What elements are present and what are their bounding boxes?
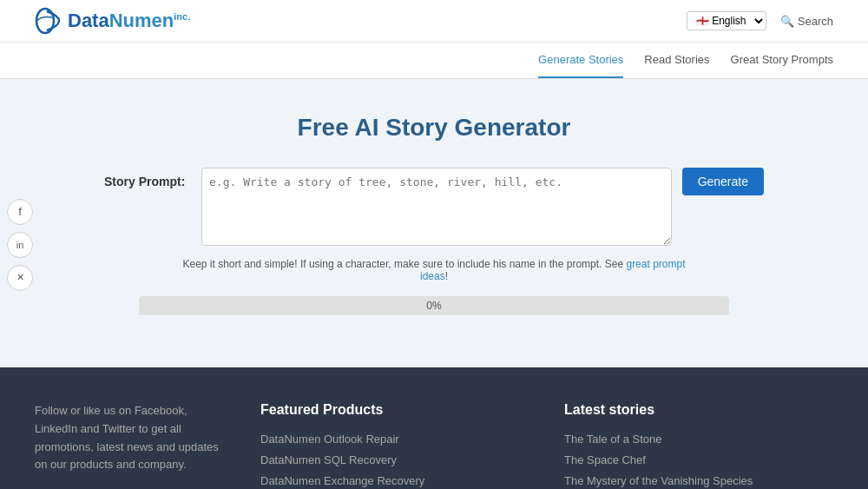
latest-stories-title: Latest stories [564,402,833,418]
story-form: Story Prompt: Generate [104,168,764,246]
search-icon: 🔍 [780,15,794,28]
language-selector[interactable]: 🏴󠁧󠁢󠁥󠁮󠁧󠁿 English [687,11,766,30]
featured-products-list: DataNumen Outlook Repair DataNumen SQL R… [260,432,529,489]
hint-content: Keep it short and simple! If using a cha… [183,258,624,270]
footer-latest-stories: Latest stories The Tale of a Stone The S… [564,402,833,489]
footer-featured-products: Featured Products DataNumen Outlook Repa… [260,402,529,489]
product-link-exchange[interactable]: DataNumen Exchange Recovery [260,474,424,487]
main-nav: Generate Stories Read Stories Great Stor… [0,43,868,79]
list-item: The Tale of a Stone [564,432,833,446]
logo-data-text: Data [68,10,109,31]
search-label: Search [798,15,833,28]
story-link-tale-stone[interactable]: The Tale of a Stone [564,433,662,446]
list-item: DataNumen Outlook Repair [260,432,529,446]
footer-about: Follow or like us on Facebook, LinkedIn … [35,402,226,489]
nav-read-stories[interactable]: Read Stories [644,43,709,78]
nav-generate-stories[interactable]: Generate Stories [538,43,623,78]
progress-label: 0% [426,300,441,312]
logo-icon [35,7,62,35]
story-link-mystery-vanishing[interactable]: The Mystery of the Vanishing Species [564,474,753,487]
story-prompt-label: Story Prompt: [104,168,191,188]
footer: Follow or like us on Facebook, LinkedIn … [0,367,868,489]
search-button[interactable]: 🔍 Search [780,15,833,28]
hint-text: Keep it short and simple! If using a cha… [174,258,694,282]
product-link-sql[interactable]: DataNumen SQL Recovery [260,453,397,466]
page-title: Free AI Story Generator [17,114,851,142]
featured-products-title: Featured Products [260,402,529,418]
list-item: DataNumen SQL Recovery [260,453,529,466]
main-content: Free AI Story Generator Story Prompt: Ge… [0,79,868,367]
footer-about-text: Follow or like us on Facebook, LinkedIn … [35,402,226,474]
logo-numen-text: Numen [109,10,174,31]
social-sidebar: f in ✕ [0,192,40,298]
story-link-space-chef[interactable]: The Space Chef [564,453,646,466]
generate-button[interactable]: Generate [682,168,764,195]
list-item: DataNumen Exchange Recovery [260,473,529,487]
sidebar-twitter-icon[interactable]: ✕ [7,265,33,291]
progress-bar-container: 0% [139,296,729,315]
list-item: The Mystery of the Vanishing Species [564,473,833,487]
logo: DataNumeninc. [35,7,190,35]
header: DataNumeninc. 🏴󠁧󠁢󠁥󠁮󠁧󠁿 English 🔍 Search [0,0,868,43]
list-item: The Space Chef [564,453,833,466]
header-right: 🏴󠁧󠁢󠁥󠁮󠁧󠁿 English 🔍 Search [687,11,833,30]
story-prompt-input[interactable] [201,168,672,246]
nav-great-story-prompts[interactable]: Great Story Prompts [731,43,833,78]
sidebar-linkedin-icon[interactable]: in [7,232,33,258]
sidebar-facebook-icon[interactable]: f [7,199,33,225]
product-link-outlook[interactable]: DataNumen Outlook Repair [260,433,399,446]
logo-inc-text: inc. [174,11,190,22]
latest-stories-list: The Tale of a Stone The Space Chef The M… [564,432,833,489]
